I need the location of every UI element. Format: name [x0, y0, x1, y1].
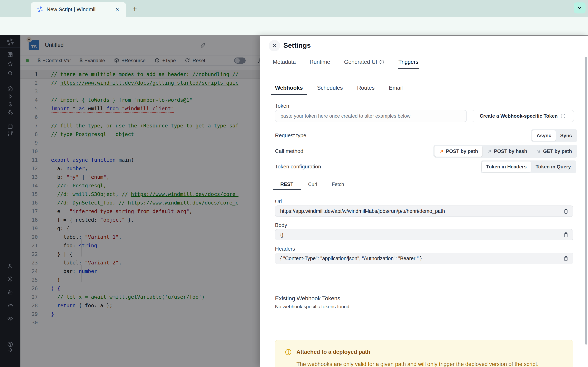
alert-circle-icon	[285, 349, 292, 356]
example-tabs: RESTCurlFetch	[273, 179, 576, 190]
tab-label: Webhooks	[275, 85, 303, 91]
token-config-segmented: Token in HeadersToken in Query	[481, 160, 576, 173]
warning-body: The webhooks are only valid for a given …	[296, 361, 539, 367]
create-webhook-token-button[interactable]: Create a Webhook-specific Token	[472, 110, 574, 122]
tab-label: Fetch	[332, 182, 344, 187]
tab-routes[interactable]: Routes	[353, 81, 379, 95]
segment-sync[interactable]: Sync	[556, 130, 576, 141]
headers-field: { "Content-Type": "application/json", "A…	[275, 253, 573, 264]
segment-label: Sync	[560, 133, 572, 138]
headers-value: { "Content-Type": "application/json", "A…	[280, 256, 563, 261]
tab-curl[interactable]: Curl	[301, 179, 324, 190]
tab-runtime[interactable]: Runtime	[309, 55, 331, 69]
tab-label: Runtime	[310, 59, 330, 65]
copy-icon[interactable]	[563, 208, 569, 214]
segment-post-by-path[interactable]: POST by path	[434, 146, 483, 157]
body-label: Body	[275, 222, 287, 228]
deployed-path-warning: Attached to a deployed path The webhooks…	[275, 340, 573, 367]
segment-label: Token in Headers	[486, 164, 527, 170]
tab-metadata[interactable]: Metadata	[272, 55, 296, 69]
segment-label: Token in Query	[536, 164, 571, 170]
tab-label: Email	[389, 85, 403, 91]
tab-label: Metadata	[273, 59, 296, 65]
segment-get-by-path[interactable]: GET by path	[532, 146, 576, 157]
segment-label: Async	[536, 133, 551, 138]
tab-label: REST	[280, 182, 293, 187]
existing-tokens-empty: No webhook specific tokens found	[275, 304, 349, 309]
call-method-segmented: POST by pathPOST by hashGET by path	[433, 145, 577, 158]
tab-label: Generated UI	[344, 59, 377, 65]
tab-schedules[interactable]: Schedules	[313, 81, 347, 95]
tab-generated-ui[interactable]: Generated UI	[344, 55, 385, 69]
existing-tokens-title: Existing Webhook Tokens	[275, 295, 340, 302]
url-value: https://app.windmill.dev/api/w/windmill-…	[280, 208, 563, 214]
token-placeholder: paste your token here once created to al…	[281, 113, 410, 119]
browser-titlebar: New Script | Windmill × +	[0, 0, 588, 17]
settings-drawer: ✕ Settings MetadataRuntimeGenerated UITr…	[260, 36, 588, 367]
drawer-title: Settings	[283, 42, 311, 49]
segment-async[interactable]: Async	[532, 130, 556, 141]
body-value: {}	[280, 232, 563, 238]
copy-icon[interactable]	[563, 232, 569, 238]
body-field: {}	[275, 229, 573, 240]
screen: New Script | Windmill × + app.windmill.d…	[0, 0, 588, 367]
browser-toolbar: app.windmill.dev/scripts/add#JTdCJTIyaGF…	[0, 17, 588, 35]
call-method-label: Call method	[275, 148, 303, 154]
info-icon	[379, 59, 384, 65]
url-field: https://app.windmill.dev/api/w/windmill-…	[275, 206, 573, 217]
tab-label: Curl	[308, 182, 317, 187]
url-label: Url	[275, 198, 282, 205]
arrow-up-right-icon	[487, 149, 492, 154]
close-icon: ✕	[272, 42, 277, 50]
settings-tabs: MetadataRuntimeGenerated UITriggers	[260, 55, 588, 69]
segment-label: POST by hash	[494, 149, 527, 154]
segment-label: GET by path	[543, 149, 572, 154]
windmill-app: TS Untitled $ +Context Var $ +Variable	[0, 35, 588, 367]
token-input[interactable]: paste your token here once created to al…	[275, 110, 467, 122]
trigger-tabs: WebhooksSchedulesRoutesEmail	[271, 81, 576, 95]
tab-rest[interactable]: REST	[273, 179, 301, 190]
close-drawer-button[interactable]: ✕	[269, 40, 280, 51]
chevron-down-icon	[577, 5, 582, 11]
segment-token-in-query[interactable]: Token in Query	[531, 161, 575, 172]
segment-token-in-headers[interactable]: Token in Headers	[482, 161, 531, 172]
window-chevron-button[interactable]	[574, 2, 586, 13]
browser-tab[interactable]: New Script | Windmill ×	[31, 2, 126, 17]
tab-webhooks[interactable]: Webhooks	[271, 81, 307, 95]
tab-close-icon[interactable]: ×	[113, 5, 121, 13]
tab-triggers[interactable]: Triggers	[398, 55, 419, 69]
arrow-down-right-icon	[536, 149, 541, 154]
warning-title: Attached to a deployed path	[296, 349, 370, 355]
drawer-scrollbar[interactable]	[585, 57, 587, 345]
tab-label: Triggers	[398, 59, 418, 65]
copy-icon[interactable]	[563, 256, 569, 262]
tab-label: Routes	[357, 85, 375, 91]
request-type-segmented: AsyncSync	[531, 129, 577, 142]
tab-label: Schedules	[317, 85, 343, 91]
token-label: Token	[275, 103, 289, 109]
arrow-up-right-icon	[439, 149, 444, 154]
windmill-favicon	[37, 6, 43, 13]
headers-label: Headers	[275, 246, 295, 252]
tab-title: New Script | Windmill	[47, 6, 113, 13]
tab-fetch[interactable]: Fetch	[324, 179, 351, 190]
info-icon	[561, 113, 566, 119]
new-tab-button[interactable]: +	[130, 4, 140, 14]
segment-post-by-hash[interactable]: POST by hash	[483, 146, 532, 157]
request-type-label: Request type	[275, 132, 306, 139]
segment-label: POST by path	[446, 149, 478, 154]
tab-email[interactable]: Email	[385, 81, 407, 95]
token-config-label: Token configuration	[275, 164, 321, 170]
